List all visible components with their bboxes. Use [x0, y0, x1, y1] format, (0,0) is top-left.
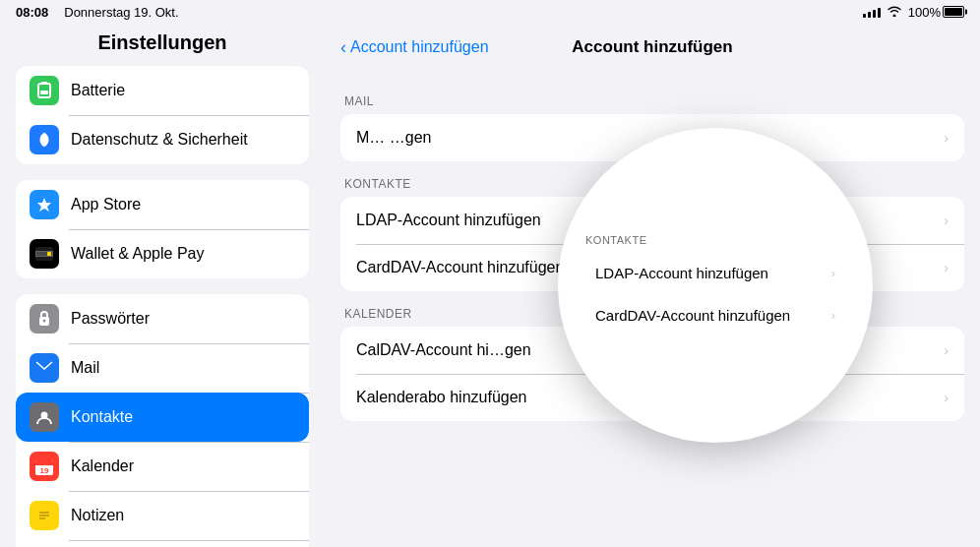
- list-item-kontakte-0-text: LDAP-Account hinzufügen: [356, 212, 541, 229]
- battery-icon: [943, 6, 964, 18]
- appstore-icon: [30, 190, 59, 219]
- sidebar-group-2: App Store Wallet & Apple Pay: [16, 180, 309, 278]
- battery-percent: 100%: [908, 5, 941, 20]
- sidebar: Einstellungen Batterie: [0, 24, 325, 547]
- list-item-kalender-0-text: CalDAV-Account hi…gen: [356, 341, 531, 359]
- sidebar-item-kalender[interactable]: 19 Kalender: [16, 442, 309, 491]
- svg-point-8: [43, 320, 46, 323]
- kalender-icon: 19: [30, 452, 59, 481]
- datenschutz-label: Datenschutz & Sicherheit: [71, 131, 248, 149]
- list-item-kalender-1-text: Kalenderabo hinzufügen: [356, 389, 526, 406]
- overlay-content: KONTAKTE LDAP-Account hinzufügen › CardD…: [558, 218, 873, 352]
- list-item-kontakte-1-text: CardDAV-Account hinzufügen: [356, 259, 564, 276]
- status-time: 08:08: [16, 5, 48, 20]
- svg-text:19: 19: [40, 466, 49, 475]
- list-item-mail-0-text: M… …gen: [356, 129, 431, 147]
- kontakte-icon: [30, 402, 59, 432]
- datenschutz-icon: [30, 125, 59, 154]
- sidebar-group-3: Passwörter Mail Kontakte: [16, 294, 309, 547]
- sidebar-item-appstore[interactable]: App Store: [16, 180, 309, 229]
- nav-title: Account hinzufügen: [572, 37, 732, 57]
- overlay-item-0-text: LDAP-Account hinzufügen: [595, 265, 768, 281]
- chevron-icon-3: ›: [944, 342, 949, 358]
- overlay-chevron-1: ›: [831, 308, 835, 323]
- sidebar-item-batterie[interactable]: Batterie: [16, 66, 309, 115]
- svg-rect-6: [47, 252, 51, 256]
- svg-rect-2: [40, 91, 48, 94]
- nav-back-button[interactable]: ‹ Account hinzufügen: [340, 37, 489, 58]
- kontakte-label: Kontakte: [71, 408, 133, 426]
- svg-rect-1: [41, 82, 47, 84]
- batterie-icon: [30, 76, 59, 105]
- overlay-item-1-text: CardDAV-Account hinzufügen: [595, 307, 790, 324]
- overlay-list: LDAP-Account hinzufügen › CardDAV-Accoun…: [582, 252, 849, 336]
- wallet-label: Wallet & Apple Pay: [71, 245, 204, 263]
- notizen-icon: [30, 501, 59, 530]
- sidebar-item-mail[interactable]: Mail: [16, 343, 309, 393]
- section-label-mail: MAIL: [340, 87, 964, 114]
- passwoerter-icon: [30, 304, 59, 334]
- sidebar-item-kontakte[interactable]: Kontakte: [16, 393, 309, 442]
- overlay-section-label: KONTAKTE: [582, 234, 849, 246]
- overlay-circle: KONTAKTE LDAP-Account hinzufügen › CardD…: [558, 128, 873, 443]
- kalender-label: Kalender: [71, 457, 134, 475]
- chevron-icon-1: ›: [944, 213, 949, 228]
- sidebar-item-notizen[interactable]: Notizen: [16, 491, 309, 540]
- main-layout: Einstellungen Batterie: [0, 24, 980, 547]
- sidebar-item-passwoerter[interactable]: Passwörter: [16, 294, 309, 343]
- overlay-chevron-0: ›: [831, 266, 835, 280]
- sidebar-group-1: Batterie Datenschutz & Sicherheit: [16, 66, 309, 164]
- chevron-icon-2: ›: [944, 260, 949, 275]
- nav-bar: ‹ Account hinzufügen Account hinzufügen: [325, 24, 980, 71]
- batterie-label: Batterie: [71, 82, 125, 99]
- status-bar: 08:08 Donnerstag 19. Okt. 100%: [0, 0, 980, 24]
- svg-rect-13: [35, 463, 53, 465]
- signal-icon: [863, 6, 881, 18]
- sidebar-item-erinnerungen[interactable]: Erinnerungen: [16, 540, 309, 547]
- chevron-icon: ›: [944, 130, 949, 146]
- chevron-icon-4: ›: [944, 390, 949, 405]
- wifi-icon: [887, 5, 902, 20]
- back-chevron-icon: ‹: [340, 37, 346, 58]
- status-right-icons: 100%: [863, 5, 964, 20]
- mail-label: Mail: [71, 359, 99, 377]
- right-panel: ‹ Account hinzufügen Account hinzufügen …: [325, 24, 980, 547]
- wallet-icon: [30, 239, 59, 269]
- sidebar-item-datenschutz[interactable]: Datenschutz & Sicherheit: [16, 115, 309, 164]
- passwoerter-label: Passwörter: [71, 310, 150, 328]
- nav-back-label: Account hinzufügen: [350, 38, 489, 56]
- status-date: Donnerstag 19. Okt.: [64, 5, 178, 20]
- notizen-label: Notizen: [71, 507, 124, 524]
- overlay-item-1[interactable]: CardDAV-Account hinzufügen ›: [582, 294, 849, 336]
- sidebar-item-wallet[interactable]: Wallet & Apple Pay: [16, 229, 309, 278]
- appstore-label: App Store: [71, 196, 141, 213]
- overlay-item-0[interactable]: LDAP-Account hinzufügen ›: [582, 252, 849, 294]
- mail-icon: [30, 353, 59, 383]
- battery-indicator: 100%: [908, 5, 964, 20]
- overlay-container: KONTAKTE LDAP-Account hinzufügen › CardD…: [558, 128, 873, 443]
- sidebar-title: Einstellungen: [0, 24, 325, 66]
